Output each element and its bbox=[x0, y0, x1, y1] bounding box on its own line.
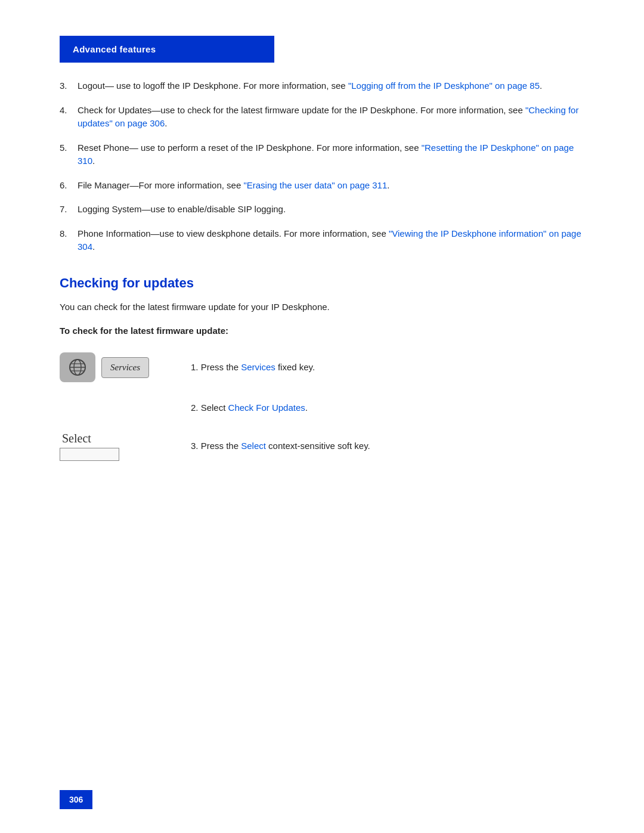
step-3-content: 3. Press the Select context-sensitive so… bbox=[191, 439, 584, 453]
list-text-before-3: Logout— use to logoff the IP Deskphone. … bbox=[78, 80, 348, 91]
step-3-text-before: Press the bbox=[201, 441, 242, 451]
list-text-before-4: Check for Updates—use to check for the l… bbox=[78, 105, 525, 115]
step-2-link[interactable]: Check For Updates bbox=[228, 402, 305, 413]
list-link-6[interactable]: "Erasing the user data" on page 311 bbox=[243, 180, 387, 190]
step-1-icons: Services bbox=[60, 352, 191, 382]
list-item-4: 4. Check for Updates—use to check for th… bbox=[60, 104, 584, 131]
step-2-text-after: . bbox=[305, 402, 308, 413]
list-text-after-5: . bbox=[92, 156, 95, 166]
step-3-link[interactable]: Select bbox=[241, 441, 266, 451]
checking-section-intro: You can check for the latest firmware up… bbox=[60, 301, 584, 314]
list-number-4: 4. bbox=[60, 104, 78, 131]
list-number-6: 6. bbox=[60, 179, 78, 193]
step-row-2: 2. Select Check For Updates. bbox=[60, 401, 584, 415]
step-3-text-after: context-sensitive soft key. bbox=[266, 441, 370, 451]
section-header-text: Advanced features bbox=[73, 44, 156, 54]
list-item-8: 8. Phone Information—use to view deskpho… bbox=[60, 227, 584, 254]
page-number-box: 306 bbox=[60, 790, 92, 809]
select-box bbox=[60, 448, 119, 461]
list-number-5: 5. bbox=[60, 141, 78, 168]
step-2-text-before: Select bbox=[201, 402, 228, 413]
step-1-link[interactable]: Services bbox=[241, 362, 275, 372]
numbered-list: 3. Logout— use to logoff the IP Deskphon… bbox=[60, 79, 584, 254]
step-3-number: 3. bbox=[191, 441, 199, 451]
step-1-text-before: Press the bbox=[201, 362, 242, 372]
list-content-7: Logging System—use to enable/disable SIP… bbox=[78, 203, 584, 216]
list-content-3: Logout— use to logoff the IP Deskphone. … bbox=[78, 79, 584, 93]
list-text-before-6: File Manager—For more information, see bbox=[78, 180, 243, 190]
list-content-6: File Manager—For more information, see "… bbox=[78, 179, 584, 193]
list-text-after-3: . bbox=[540, 80, 542, 91]
services-button[interactable]: Services bbox=[101, 357, 149, 378]
list-text-after-6: . bbox=[387, 180, 389, 190]
list-item-7: 7. Logging System—use to enable/disable … bbox=[60, 203, 584, 216]
checking-section-title: Checking for updates bbox=[60, 275, 584, 291]
page-wrapper: Advanced features 3. Logout— use to logo… bbox=[0, 0, 644, 833]
list-content-8: Phone Information—use to view deskphone … bbox=[78, 227, 584, 254]
list-item-5: 5. Reset Phone— use to perform a reset o… bbox=[60, 141, 584, 168]
list-content-5: Reset Phone— use to perform a reset of t… bbox=[78, 141, 584, 168]
step-2-content: 2. Select Check For Updates. bbox=[191, 401, 584, 415]
step-1-number: 1. bbox=[191, 362, 199, 372]
list-item-6: 6. File Manager—For more information, se… bbox=[60, 179, 584, 193]
select-illustration: Select bbox=[60, 432, 191, 461]
list-number-8: 8. bbox=[60, 227, 78, 254]
list-number-3: 3. bbox=[60, 79, 78, 93]
list-content-4: Check for Updates—use to check for the l… bbox=[78, 104, 584, 131]
list-item-3: 3. Logout— use to logoff the IP Deskphon… bbox=[60, 79, 584, 93]
section-header: Advanced features bbox=[60, 36, 274, 63]
step-row-3: Select 3. Press the Select context-sensi… bbox=[60, 432, 584, 461]
list-text-before-5: Reset Phone— use to perform a reset of t… bbox=[78, 143, 422, 153]
step-3-icons: Select bbox=[60, 432, 191, 461]
list-text-before-8: Phone Information—use to view deskphone … bbox=[78, 228, 389, 239]
globe-icon bbox=[60, 352, 95, 382]
step-1-content: 1. Press the Services fixed key. bbox=[191, 361, 584, 374]
checking-bold-label: To check for the latest firmware update: bbox=[60, 326, 584, 336]
list-text-after-4: . bbox=[165, 118, 167, 128]
step-2-number: 2. bbox=[191, 402, 199, 413]
list-text-after-8: . bbox=[92, 241, 95, 252]
step-row-1: Services 1. Press the Services fixed key… bbox=[60, 352, 584, 382]
select-label: Select bbox=[62, 432, 91, 445]
step-1-text-after: fixed key. bbox=[275, 362, 315, 372]
page-number: 306 bbox=[69, 795, 83, 804]
list-number-7: 7. bbox=[60, 203, 78, 216]
list-link-3[interactable]: "Logging off from the IP Deskphone" on p… bbox=[348, 80, 540, 91]
